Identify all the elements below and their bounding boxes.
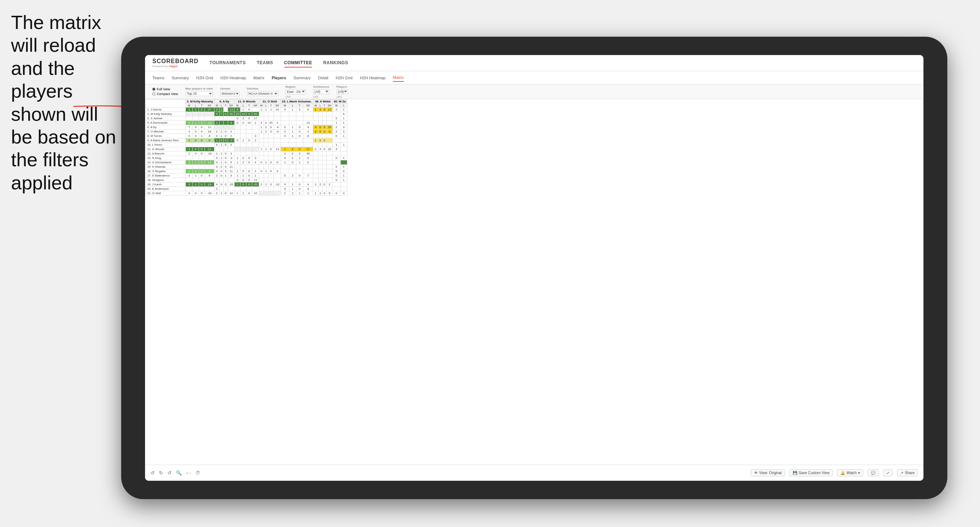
- sh-l3: L: [240, 104, 247, 108]
- table-row: 7. O Mitchell 30018 2202 120-4 0104 4040…: [145, 130, 347, 134]
- conference-filter: Conference (All) (All): [313, 85, 329, 98]
- sh-dif2: Dif: [228, 104, 235, 108]
- nav-tournaments[interactable]: TOURNAMENTS: [210, 59, 246, 68]
- sh-dif4: Dif: [274, 104, 281, 108]
- compact-view-radio[interactable]: [153, 92, 155, 95]
- logo-area: SCOREBOARD Powered by clippd: [153, 58, 199, 68]
- sub-nav-h2h-grid[interactable]: H2H Grid: [196, 74, 213, 81]
- table-row: 8. M Torres 0018 0102 3 0108 01: [145, 134, 347, 138]
- table-corner: [145, 100, 186, 108]
- expand-icon: ⤢: [886, 471, 889, 475]
- tablet-screen: SCOREBOARD Powered by clippd TOURNAMENTS…: [145, 55, 923, 481]
- nav-committee[interactable]: COMMITTEE: [284, 59, 312, 68]
- save-custom-btn[interactable]: 💾 Save Custom View: [789, 469, 833, 476]
- compact-view-option[interactable]: Compact View: [153, 92, 178, 96]
- row-label: 17. D Ballesteros: [145, 174, 186, 178]
- sh-w1: W: [186, 104, 193, 108]
- table-row: 14. S Srichantamit 31014 0105 1204 0105 …: [145, 160, 347, 165]
- share-btn[interactable]: ↗ Share: [897, 469, 918, 476]
- sh-l4: L: [264, 104, 268, 108]
- sh-t6: T: [322, 104, 326, 108]
- matrix-table: 2. M Kelly Mulcahy 6. A Dy 11. G Woods 2…: [145, 99, 347, 195]
- sh-w2: W: [215, 104, 220, 108]
- redo-icon[interactable]: ↻: [159, 470, 163, 476]
- sh-t1: T: [199, 104, 205, 108]
- sh-t3: T: [247, 104, 252, 108]
- sub-nav-h2h-heatmap2[interactable]: H2H Heatmap: [360, 74, 385, 81]
- chevron-down-icon: ▾: [858, 471, 860, 475]
- table-row: 18. Hodgson 00011 01: [145, 178, 347, 183]
- table-row: 12. A Bianchi 200-18 1104 20045: [145, 152, 347, 156]
- annotation-text: The matrix will reload and the players s…: [11, 11, 121, 194]
- row-label: 5. A Nomrowski: [145, 121, 186, 125]
- undo-icon[interactable]: ↺: [151, 470, 154, 476]
- table-row: 21. O Stoll 400-33 21014 11010 2211 1109…: [145, 191, 347, 195]
- table-row: 9. A Maria Jimenez Rios 1006 100-7 0102 …: [145, 138, 347, 143]
- share-icon: ↗: [900, 471, 903, 475]
- region-select[interactable]: East - DII (All) West - DII: [286, 89, 306, 94]
- zoom-out-icon[interactable]: 🔍: [176, 470, 182, 476]
- nav-rankings[interactable]: RANKINGS: [323, 59, 348, 68]
- logo-scoreboard: SCOREBOARD: [153, 58, 199, 65]
- sh-dif6: Dif: [326, 104, 332, 108]
- table-row: 2. M Kelly Mulcahy 07040 1010050 6: [145, 112, 347, 116]
- sh-w6: W: [313, 104, 318, 108]
- refresh-icon[interactable]: ↺: [167, 470, 172, 476]
- row-label: 18. Hodgson: [145, 178, 186, 183]
- col-group-7: 60. W Za: [332, 100, 347, 104]
- sub-nav-matrix2[interactable]: Matrix: [393, 74, 404, 82]
- sub-nav-teams[interactable]: Teams: [153, 74, 164, 81]
- table-row: 17. D Ballesteros 3108 2013 1101 0207 01: [145, 174, 347, 178]
- matrix-container[interactable]: 2. M Kelly Mulcahy 6. A Dy 11. G Woods 2…: [145, 99, 923, 465]
- logo-powered: Powered by clippd: [153, 65, 199, 68]
- table-row: 11. G Woods 14011 11014 14017 24020 4: [145, 147, 347, 152]
- table-row: 1. J Garcia 31027 30-11 410 11110 0106 1…: [145, 108, 347, 112]
- region-filter: Region East - DII (All) West - DII (All): [286, 85, 306, 98]
- sub-nav-h2h-grid2[interactable]: H2H Grid: [336, 74, 353, 81]
- row-label: 6. A Dy: [145, 125, 186, 130]
- row-label: 15. H Stranda: [145, 165, 186, 169]
- bottom-toolbar: ↺ ↻ ↺ 🔍 = − ⏱ 👁 View: Original 💾 Save Cu…: [145, 465, 923, 481]
- row-label: 13. N Klug: [145, 156, 186, 160]
- sub-nav-matrix[interactable]: Matrix: [253, 74, 264, 81]
- sh-l1: L: [193, 104, 199, 108]
- comment-btn[interactable]: 💬: [868, 469, 879, 476]
- col-group-1: 2. M Kelly Mulcahy: [186, 100, 215, 104]
- sh-t2: T: [224, 104, 228, 108]
- top-nav: SCOREBOARD Powered by clippd TOURNAMENTS…: [145, 55, 923, 71]
- full-view-option[interactable]: Full View: [153, 87, 178, 91]
- bell-icon: 🔔: [840, 471, 845, 475]
- max-players-select[interactable]: Top 25 Top 10 Top 50: [185, 91, 213, 96]
- sh-l2: L: [219, 104, 223, 108]
- view-original-btn[interactable]: 👁 View: Original: [751, 469, 785, 476]
- sh-t5: T: [296, 104, 303, 108]
- sub-nav-detail[interactable]: Detail: [318, 74, 328, 81]
- table-row: 19. J Karrh 31013 400-20 100-31 210-12 0…: [145, 183, 347, 187]
- table-row: 15. H Stranda 02011 01: [145, 165, 347, 169]
- sub-nav-players[interactable]: Players: [272, 74, 286, 81]
- fullscreen-btn[interactable]: ⤢: [883, 469, 892, 476]
- players-select[interactable]: (All): [337, 89, 348, 94]
- sh-w3: W: [235, 104, 240, 108]
- sub-nav-summary[interactable]: Summary: [172, 74, 189, 81]
- nav-teams[interactable]: TEAMS: [257, 59, 273, 68]
- table-row: 3. S Jelinek 02017 01: [145, 116, 347, 121]
- tablet-device: SCOREBOARD Powered by clippd TOURNAMENTS…: [121, 37, 947, 499]
- conference-select[interactable]: (All): [313, 89, 329, 94]
- save-icon: 💾: [793, 471, 797, 475]
- full-view-radio[interactable]: [153, 88, 155, 90]
- col-group-2: 6. A Dy: [215, 100, 235, 104]
- row-label: 16. X Mcgaha: [145, 169, 186, 174]
- col-group-3: 11. G Woods: [235, 100, 259, 104]
- sh-dif1: Dif: [205, 104, 214, 108]
- sh-w5: W: [281, 104, 290, 108]
- table-row: 16. X Mcgaha 2301 00311 1001 0103 00: [145, 169, 347, 174]
- watch-btn[interactable]: 🔔 Watch ▾: [837, 469, 863, 476]
- sub-nav: Teams Summary H2H Grid H2H Heatmap Matri…: [145, 71, 923, 84]
- division-select[interactable]: NCAA Division II NCAA Division I NCAA Di…: [247, 91, 278, 96]
- gender-select[interactable]: Women's Men's: [220, 91, 240, 96]
- clock-icon[interactable]: ⏱: [195, 470, 200, 476]
- row-label: 7. O Mitchell: [145, 130, 186, 134]
- sub-nav-h2h-heatmap[interactable]: H2H Heatmap: [220, 74, 246, 81]
- sub-nav-summary2[interactable]: Summary: [293, 74, 311, 81]
